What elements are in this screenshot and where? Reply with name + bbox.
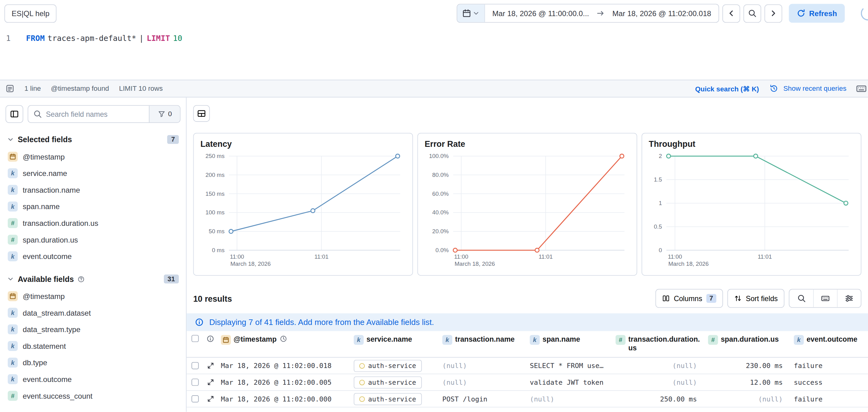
keyword-token-icon: k — [442, 335, 452, 345]
keyword-token-icon: k — [8, 341, 18, 351]
field-item-event.success_count[interactable]: #event.success_count — [6, 387, 181, 404]
chart-layout-button[interactable] — [193, 105, 210, 122]
chart-title: Latency — [200, 139, 406, 148]
field-item-@timestamp[interactable]: @timestamp — [6, 288, 181, 305]
svg-text:11:01: 11:01 — [539, 253, 553, 260]
sort-fields-label: Sort fields — [746, 294, 778, 303]
refresh-icon — [797, 9, 805, 18]
expand-row-icon[interactable] — [207, 362, 214, 369]
service-badge[interactable]: auth-service — [354, 360, 422, 372]
cell-transaction.name: (null) — [439, 378, 526, 386]
date-picker-calendar-button[interactable] — [458, 4, 485, 22]
field-label: transaction.duration.us — [23, 219, 98, 227]
svg-text:200 ms: 200 ms — [206, 171, 225, 178]
keyword-token-icon: k — [530, 335, 539, 345]
column-header-span.name[interactable]: kspan.name — [526, 335, 612, 345]
column-header-event.outcome[interactable]: kevent.outcome — [790, 335, 868, 345]
field-filter-button[interactable]: 0 — [149, 106, 180, 122]
zoom-time-window-button[interactable] — [743, 4, 761, 22]
date-range-end[interactable]: Mar 18, 2026 @ 11:02:00.018 — [605, 9, 718, 17]
service-badge[interactable]: auth-service — [354, 376, 422, 388]
date-picker: Mar 18, 2026 @ 11:00:00.0... Mar 18, 202… — [457, 4, 719, 23]
columns-count-badge: 7 — [706, 294, 716, 303]
show-recent-queries-link[interactable]: Show recent queries — [783, 85, 847, 92]
collapse-sidebar-button[interactable] — [6, 105, 23, 123]
row-checkbox[interactable] — [191, 362, 198, 369]
svg-text:11:00: 11:00 — [230, 253, 244, 260]
field-item-transaction.duration.us[interactable]: #transaction.duration.us — [6, 215, 181, 231]
field-item-data_stream.dataset[interactable]: kdata_stream.dataset — [6, 305, 181, 321]
row-checkbox[interactable] — [191, 395, 198, 402]
help-icon[interactable] — [78, 275, 85, 283]
expand-row-icon[interactable] — [207, 395, 214, 402]
table-row: Mar 18, 2026 @ 11:02:00.018auth-service(… — [186, 357, 868, 374]
svg-text:11:01: 11:01 — [758, 253, 772, 260]
chevron-left-icon — [727, 9, 736, 18]
field-label: db.type — [23, 358, 47, 367]
select-all-checkbox[interactable] — [191, 335, 198, 342]
svg-text:100.0%: 100.0% — [429, 153, 449, 159]
date-range-start[interactable]: Mar 18, 2026 @ 11:00:00.0... — [485, 9, 596, 17]
column-header-label: transaction.duration.us — [628, 335, 701, 353]
column-header-service.name[interactable]: kservice.name — [350, 335, 439, 345]
field-item-db.statement[interactable]: kdb.statement — [6, 338, 181, 354]
field-item-span.duration.us[interactable]: #span.duration.us — [6, 231, 181, 248]
next-time-window-button[interactable] — [764, 4, 782, 22]
limit-status: LIMIT 10 rows — [119, 85, 163, 92]
filter-icon — [157, 110, 165, 118]
refresh-button[interactable]: Refresh — [789, 4, 845, 23]
esql-query-editor[interactable]: 1 FROMtraces-apm-default*|LIMIT10 — [0, 27, 868, 80]
column-header-transaction.duration.us[interactable]: #transaction.duration.us — [612, 335, 705, 353]
column-header-transaction.name[interactable]: ktransaction.name — [439, 335, 526, 345]
field-item-@timestamp[interactable]: @timestamp — [6, 148, 181, 165]
column-header-span.duration.us[interactable]: #span.duration.us — [705, 335, 790, 345]
row-select-cell — [186, 362, 203, 369]
latency-chart: 250 ms200 ms150 ms100 ms50 ms0 ms11:00Ma… — [200, 152, 406, 271]
field-search-box — [28, 106, 149, 122]
keyword-token-icon: k — [8, 201, 18, 211]
editor-feedback-icon[interactable] — [6, 84, 14, 93]
arrow-right-icon — [596, 9, 605, 18]
columns-button[interactable]: Columns 7 — [655, 289, 723, 308]
keyword-limit: LIMIT — [147, 34, 170, 43]
svg-text:0.5: 0.5 — [654, 223, 662, 230]
esql-help-button[interactable]: ES|QL help — [4, 4, 57, 22]
top-bar: ES|QL help Mar 18, 2026 @ 11:00:00.0... … — [0, 0, 868, 27]
field-item-event.outcome[interactable]: kevent.outcome — [6, 371, 181, 387]
row-expand-cell — [203, 362, 217, 369]
field-item-service.name[interactable]: kservice.name — [6, 165, 181, 182]
query-code[interactable]: FROMtraces-apm-default*|LIMIT10 — [17, 34, 185, 80]
keyword-token-icon: k — [354, 335, 364, 345]
date-token-icon — [8, 152, 18, 162]
results-count: 10 results — [193, 294, 232, 303]
cell-transaction.name: (null) — [439, 362, 526, 370]
field-item-transaction.name[interactable]: ktransaction.name — [6, 182, 181, 198]
latency-chart-panel: Latency 250 ms200 ms150 ms100 ms50 ms0 m… — [193, 133, 413, 276]
sort-fields-button[interactable]: Sort fields — [727, 289, 784, 308]
grid-controls-group — [789, 289, 861, 308]
cell-transaction.duration.us: 250.00 ms — [612, 395, 705, 403]
field-item-db.type[interactable]: kdb.type — [6, 354, 181, 371]
keyboard-shortcuts-icon[interactable] — [856, 83, 867, 94]
field-label: @timestamp — [23, 152, 65, 161]
quick-search-link[interactable]: Quick search (⌘ K) — [695, 85, 759, 93]
field-item-span.name[interactable]: kspan.name — [6, 198, 181, 215]
column-header-@timestamp[interactable]: @timestamp — [217, 335, 350, 345]
field-search-input[interactable] — [46, 110, 144, 118]
editor-footer: 1 line @timestamp found LIMIT 10 rows Qu… — [0, 80, 868, 97]
selected-fields-header[interactable]: Selected fields 7 — [6, 135, 181, 144]
display-options-button[interactable] — [837, 290, 861, 307]
row-checkbox[interactable] — [191, 379, 198, 386]
search-in-table-button[interactable] — [789, 290, 813, 307]
service-badge[interactable]: auth-service — [354, 393, 422, 405]
field-item-data_stream.type[interactable]: kdata_stream.type — [6, 321, 181, 338]
keyboard-icon — [821, 294, 830, 303]
cell-span.name: validate JWT token — [526, 378, 612, 386]
keyboard-shortcuts-button[interactable] — [813, 290, 837, 307]
field-item-event.outcome[interactable]: kevent.outcome — [6, 248, 181, 265]
expand-row-icon[interactable] — [207, 379, 214, 386]
selected-fields-count-badge: 7 — [167, 135, 179, 144]
available-fields-header[interactable]: Available fields 31 — [6, 275, 181, 283]
metric-charts-row: Latency 250 ms200 ms150 ms100 ms50 ms0 m… — [193, 133, 862, 276]
previous-time-window-button[interactable] — [722, 4, 740, 22]
